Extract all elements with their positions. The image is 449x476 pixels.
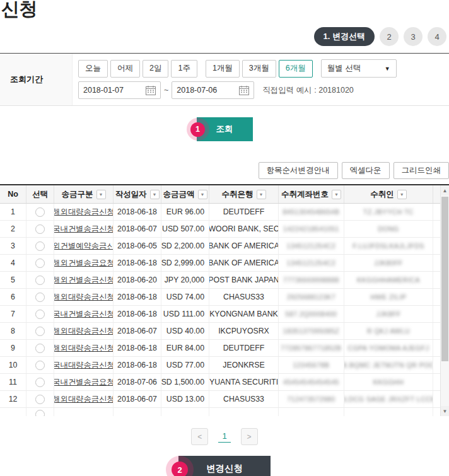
row-radio-button[interactable]	[35, 327, 45, 336]
cell-bank: POST BANK JAPAN	[209, 272, 279, 288]
cell-pad	[433, 391, 440, 407]
column-filter-icon[interactable]: ▼	[332, 190, 341, 199]
cell-no: 7	[0, 306, 26, 322]
cell-type: 해외대량송금신청	[54, 391, 114, 407]
remittance-type-link[interactable]: 국내대량송금신청	[54, 360, 114, 371]
row-radio-button[interactable]	[35, 293, 45, 302]
remittance-type-link[interactable]: 국내건별송금신청	[54, 309, 114, 320]
search-button[interactable]: 1 조회	[197, 117, 253, 141]
cell-account-masked: 1835137095085Z	[279, 323, 344, 339]
cell-bank: DEUTDEFF	[209, 340, 279, 356]
calendar-icon[interactable]	[239, 86, 249, 95]
row-radio-button[interactable]	[35, 276, 45, 285]
period-button[interactable]: 1개월	[206, 60, 240, 78]
col-header-date: 작성일자▼	[114, 185, 161, 203]
prev-page-button[interactable]: <	[191, 428, 208, 445]
period-button[interactable]: 오늘	[78, 60, 108, 78]
row-radio-button[interactable]	[35, 241, 45, 251]
cell-type: 해외대량송금신청	[54, 323, 114, 339]
column-filter-icon[interactable]: ▼	[257, 190, 266, 199]
cell-recipient-masked: JJK80FF	[344, 255, 433, 271]
period-button[interactable]: 6개월	[279, 60, 313, 78]
cell-date: 2018-06-18	[114, 255, 161, 271]
remittance-type-link[interactable]: 해외대량송금신청	[54, 326, 114, 337]
remittance-type-link[interactable]: 해외건별예약송금신청	[54, 241, 114, 252]
row-radio-button[interactable]	[35, 224, 45, 234]
toolbar-button[interactable]: 그리드인쇄	[394, 162, 449, 179]
cell-account-masked: 77736669998888	[279, 272, 344, 288]
cell-date: 2018-06-18	[114, 340, 161, 356]
cell-account-masked: 14224218541051	[279, 221, 344, 237]
scroll-down-icon[interactable]: ▼	[441, 406, 449, 416]
remittance-type-link[interactable]: 국내건별송금신청	[54, 224, 114, 235]
cell-account-masked: 1345121254C2	[279, 238, 344, 254]
cell-date: 2018-06-18	[114, 357, 161, 373]
row-radio-button[interactable]	[35, 344, 45, 353]
cell-no: 1	[0, 204, 26, 220]
cell-select	[26, 204, 54, 220]
cell-bank: IKCPUYOSRX	[209, 323, 279, 339]
toolbar-button[interactable]: 엑셀다운	[342, 162, 390, 179]
remittance-type-link[interactable]: 국내건별송금요청	[54, 377, 114, 388]
direct-input-hint: 직접입력 예시 : 20181020	[262, 85, 354, 96]
cell-amount: EUR 96.00	[161, 204, 209, 220]
remittance-type-link[interactable]: 해외건별송금요청	[54, 258, 114, 269]
toolbar-button[interactable]: 항목순서변경안내	[259, 162, 338, 179]
row-radio-button[interactable]	[35, 378, 45, 387]
table-row: 6 해외대량송금신청 2018-06-18 USD 74.00 CHASUS33…	[0, 289, 440, 306]
cell-select	[26, 391, 54, 407]
period-button[interactable]: 어제	[110, 60, 140, 78]
cell-type: 국내대량송금신청	[54, 357, 114, 373]
remittance-grid: No 선택 송금구분▼ 작성일자▼ 송금금액▼ 수취은행▼ 수취계좌번호▼ 수취…	[0, 184, 449, 416]
cell-select	[26, 340, 54, 356]
cell-recipient-masked: KKGGHH	[344, 374, 433, 390]
calendar-icon[interactable]	[146, 86, 156, 95]
row-radio-button[interactable]	[35, 361, 45, 370]
date-to-value: 2018-07-06	[177, 86, 217, 95]
row-radio-button[interactable]	[35, 258, 45, 268]
cell-recipient-masked: B.BQMC JETMJTN QR POC	[344, 357, 433, 373]
column-filter-icon[interactable]: ▼	[397, 190, 407, 199]
remittance-type-link[interactable]: 해외대량송금신청	[54, 343, 114, 354]
step-indicator: 1. 변경선택 2 3 4	[0, 27, 446, 46]
row-radio-button[interactable]	[35, 410, 45, 416]
cell-no: 11	[0, 374, 26, 390]
period-button[interactable]: 2일	[143, 60, 168, 78]
column-filter-icon[interactable]: ▼	[96, 190, 106, 199]
row-radio-button[interactable]	[35, 395, 45, 404]
remittance-type-link[interactable]: 해외대량송금신청	[54, 394, 114, 405]
row-radio-button[interactable]	[35, 310, 45, 319]
period-button[interactable]: 3개월	[242, 60, 276, 78]
vertical-scrollbar[interactable]: ▲ ▼	[440, 185, 449, 416]
cell-pad	[433, 272, 440, 288]
date-from-input[interactable]: 2018-01-07	[78, 81, 161, 99]
remittance-type-link[interactable]: 해외대량송금신청	[54, 292, 114, 303]
table-row: 5 해외건별송금신청 2018-06-20 JPY 20,000 POST BA…	[0, 272, 440, 289]
cell-pad	[433, 340, 440, 356]
change-request-button[interactable]: 2 변경신청	[178, 456, 271, 476]
row-radio-button[interactable]	[35, 207, 45, 217]
scrollbar-thumb[interactable]	[441, 197, 448, 361]
monthly-select-dropdown[interactable]: 월별 선택 ▼	[321, 59, 397, 78]
current-page[interactable]: 1	[218, 431, 230, 443]
column-filter-icon[interactable]: ▼	[150, 190, 160, 199]
date-to-input[interactable]: 2018-07-06	[172, 81, 254, 99]
table-row: 12 해외대량송금신청 2018-06-07 USD 13.00 CHASUS3…	[0, 391, 440, 408]
cell-no: 5	[0, 272, 26, 288]
step-badge-2: 2	[166, 456, 194, 476]
cell-date: 2018-07-06	[114, 374, 161, 390]
scrollbar-track[interactable]	[441, 195, 449, 406]
remittance-type-link[interactable]: 해외대량송금신청	[54, 207, 114, 218]
cell-amount: USD 507.00	[161, 221, 209, 237]
next-page-button[interactable]: >	[241, 428, 258, 445]
pagination: < 1 >	[0, 428, 449, 445]
cell-recipient-masked: F.LUJFDSLKAJLJFDS	[344, 238, 433, 254]
remittance-type-link[interactable]: 해외건별송금신청	[54, 275, 114, 286]
column-filter-icon[interactable]: ▼	[198, 190, 207, 199]
scroll-up-icon[interactable]: ▲	[441, 185, 449, 195]
cell-recipient-masked: HWE ZILIP	[344, 289, 433, 305]
period-button[interactable]: 1주	[171, 60, 197, 78]
cell-amount: USD 2,999.00	[161, 255, 209, 271]
col-header-amount: 송금금액▼	[161, 185, 209, 203]
cell-amount: USD 111.00	[161, 306, 209, 322]
